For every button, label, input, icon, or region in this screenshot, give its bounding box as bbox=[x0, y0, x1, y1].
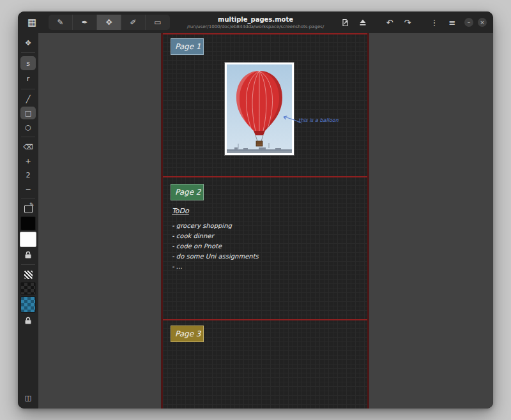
smooth-mode-button[interactable]: s bbox=[20, 56, 36, 70]
fill-color-swatch-transparent[interactable] bbox=[20, 282, 36, 295]
page-2-label: Page 2 bbox=[171, 184, 204, 200]
lock-icon bbox=[24, 317, 32, 324]
todo-item: - code on Pnote bbox=[172, 241, 259, 251]
balloon-photo[interactable] bbox=[225, 63, 294, 155]
todo-item: - do some Uni assignments bbox=[172, 251, 259, 262]
stroke-width-value: 2 bbox=[20, 169, 36, 181]
balloon-annotation-text: this is a balloon bbox=[298, 117, 339, 123]
tool-group: ✎ ✒ ✥ ✐ ▭ bbox=[49, 15, 170, 30]
minimize-button[interactable]: – bbox=[464, 18, 473, 27]
fill-transparency-icon[interactable] bbox=[20, 268, 36, 281]
export-icon[interactable] bbox=[337, 15, 353, 30]
eject-icon-svg bbox=[359, 19, 367, 26]
raw-mode-button[interactable]: r bbox=[20, 71, 36, 86]
highlighter-tool-icon[interactable]: ✐ bbox=[121, 15, 146, 30]
eraser-icon[interactable]: ⌫ bbox=[20, 140, 36, 153]
page-3-label: Page 3 bbox=[171, 326, 204, 342]
close-button[interactable]: × bbox=[478, 18, 487, 27]
edit-square-icon: ✎ bbox=[24, 205, 33, 213]
ink-pen-tool-icon[interactable]: ✒ bbox=[73, 15, 97, 30]
pan-icon[interactable]: ✥ bbox=[20, 36, 36, 49]
hatch-icon bbox=[24, 271, 33, 279]
edit-stroke-color-icon[interactable]: ✎ bbox=[20, 202, 36, 215]
app-window: ▦ ✎ ✒ ✥ ✐ ▭ multiple_pages.mote /run/use… bbox=[18, 11, 493, 409]
page-separator bbox=[163, 319, 367, 320]
ellipse-tool-icon[interactable]: ○ bbox=[20, 121, 36, 133]
pan-tool-icon[interactable]: ✥ bbox=[97, 15, 121, 30]
divider bbox=[21, 52, 35, 53]
divider bbox=[21, 89, 35, 89]
document-title: multiple_pages.mote bbox=[187, 16, 324, 23]
hamburger-menu-icon[interactable]: ≡ bbox=[445, 15, 460, 30]
divider bbox=[21, 264, 35, 265]
stroke-color-swatch-black[interactable] bbox=[20, 216, 36, 230]
kebab-menu-icon[interactable]: ⋮ bbox=[427, 15, 442, 30]
balloon-photo-image bbox=[227, 64, 292, 153]
stroke-color-lock-button[interactable] bbox=[20, 248, 36, 261]
page-1-label: Page 1 bbox=[171, 38, 204, 55]
todo-item: - cook dinner bbox=[172, 231, 259, 241]
pencil-tool-icon[interactable]: ✎ bbox=[49, 15, 73, 30]
note-page-surface[interactable]: Page 1 bbox=[161, 33, 369, 409]
page-separator bbox=[163, 176, 367, 177]
stroke-width-decrease-button[interactable]: − bbox=[20, 183, 36, 195]
lock-icon bbox=[24, 251, 32, 259]
rectangle-tool-icon[interactable]: □ bbox=[20, 107, 36, 119]
redo-icon[interactable]: ↷ bbox=[400, 15, 415, 30]
undo-icon[interactable]: ↶ bbox=[382, 15, 397, 30]
todo-item: - ... bbox=[172, 262, 259, 272]
todo-list: - grocery shopping - cook dinner - code … bbox=[172, 221, 259, 272]
rect-select-tool-icon[interactable]: ▭ bbox=[146, 15, 170, 30]
topbar: ▦ ✎ ✒ ✥ ✐ ▭ multiple_pages.mote /run/use… bbox=[18, 11, 493, 33]
topbar-right: ↶ ↷ ⋮ ≡ – × bbox=[337, 15, 487, 30]
document-path: /run/user/1000/doc/eb844dda/workspace/sc… bbox=[187, 24, 324, 29]
todo-item: - grocery shopping bbox=[172, 221, 259, 231]
page-separator bbox=[163, 33, 367, 34]
export-icon-svg bbox=[341, 19, 349, 27]
document-header: multiple_pages.mote /run/user/1000/doc/e… bbox=[187, 16, 324, 29]
todo-heading: ToDo bbox=[172, 207, 189, 215]
divider bbox=[21, 137, 35, 137]
stroke-width-increase-button[interactable]: + bbox=[20, 154, 36, 167]
window-body: ✥ s r ╱ □ ○ ⌫ + 2 − ✎ bbox=[18, 33, 493, 409]
stroke-color-swatch-white[interactable] bbox=[20, 232, 36, 247]
left-sidebar: ✥ s r ╱ □ ○ ⌫ + 2 − ✎ bbox=[18, 33, 38, 409]
split-view-icon[interactable]: ◫ bbox=[20, 391, 36, 404]
divider bbox=[21, 199, 35, 199]
pages-grid-icon[interactable]: ▦ bbox=[24, 15, 40, 30]
line-tool-icon[interactable]: ╱ bbox=[20, 93, 36, 105]
fill-color-lock-button[interactable] bbox=[20, 314, 36, 327]
fill-color-swatch-blue[interactable] bbox=[20, 296, 36, 313]
eject-save-icon[interactable] bbox=[355, 15, 370, 30]
canvas-viewport[interactable]: Page 1 bbox=[38, 33, 493, 409]
